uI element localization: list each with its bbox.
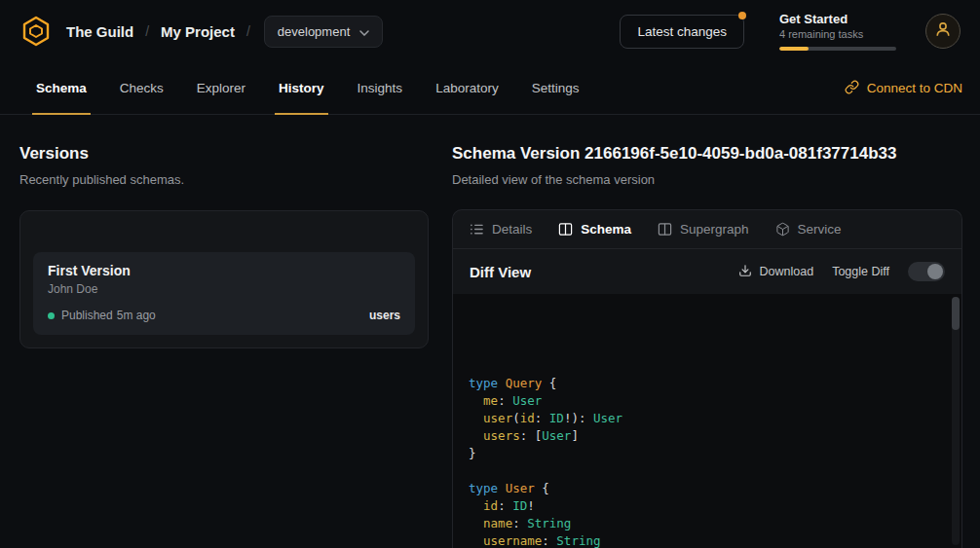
breadcrumb-separator: / [145,23,149,39]
connect-cdn-label: Connect to CDN [867,81,962,95]
status-time: 5m ago [117,309,156,322]
tab-checks[interactable]: Checks [103,62,180,114]
toggle-diff-switch[interactable] [908,262,945,281]
app-header: The Guild / My Project / development Lat… [0,0,980,62]
tab-label: Settings [532,81,580,95]
latest-changes-button[interactable]: Latest changes [620,15,744,49]
columns-icon [558,222,573,237]
breadcrumb-org[interactable]: The Guild [66,23,133,40]
tab-label: Insights [358,81,403,95]
breadcrumb-separator: / [246,23,250,39]
toggle-knob [927,264,943,279]
version-detail-panel: Schema Version 2166196f-5e10-4059-bd0a-0… [452,115,980,548]
download-icon [738,264,752,280]
version-status: Published 5m ago [61,309,156,322]
tab-history[interactable]: History [262,62,341,114]
detail-tab-label: Schema [581,222,631,237]
tab-explorer[interactable]: Explorer [180,62,262,114]
tab-insights[interactable]: Insights [341,62,420,114]
detail-card: Details Schema Sup [452,209,962,548]
person-icon [934,20,952,42]
detail-tab-details[interactable]: Details [470,222,532,237]
code-block[interactable]: type Query { me: User user(id: ID!): Use… [453,294,961,548]
versions-card: First Version John Doe Published 5m ago … [19,210,429,348]
tab-settings[interactable]: Settings [515,62,596,114]
tab-label: Explorer [197,81,245,95]
version-list-item[interactable]: First Version John Doe Published 5m ago … [33,252,415,335]
tab-schema[interactable]: Schema [19,62,103,114]
detail-tab-service[interactable]: Service [775,222,842,237]
diff-actions: Download Toggle Diff [738,262,945,281]
toggle-diff-label: Toggle Diff [832,265,889,278]
version-service-badge: users [369,309,400,322]
versions-subtitle: Recently published schemas. [19,172,429,187]
detail-title: Schema Version 2166196f-5e10-4059-bd0a-0… [452,144,962,164]
breadcrumb-project[interactable]: My Project [161,23,235,40]
user-avatar[interactable] [925,14,961,49]
version-name: First Version [48,263,400,278]
detail-tab-schema[interactable]: Schema [558,222,631,237]
detail-card-tabs: Details Schema Sup [453,210,961,249]
detail-tab-label: Supergraph [680,222,749,237]
tab-label: Schema [36,81,87,95]
target-selector[interactable]: development [264,16,383,48]
code-scrollbar-thumb[interactable] [952,297,960,330]
latest-changes-label: Latest changes [637,24,727,39]
detail-subtitle: Detailed view of the schema version [452,172,962,187]
published-status-dot [48,312,55,319]
version-status-row: Published 5m ago users [48,309,400,322]
get-started-progress-fill [779,47,809,51]
get-started-title: Get Started [779,12,896,26]
target-selector-value: development [278,24,350,39]
code-scrollbar-track [952,297,960,545]
connect-cdn-link[interactable]: Connect to CDN [845,62,977,114]
version-author: John Doe [48,282,400,296]
chevron-down-icon [359,24,369,39]
tab-laboratory[interactable]: Laboratory [419,62,515,114]
diff-view-toolbar: Diff View Download Toggle Diff [453,249,961,294]
status-text: Published [61,309,113,322]
columns-icon [658,222,672,237]
detail-tab-label: Service [798,222,842,237]
versions-panel: Versions Recently published schemas. Fir… [0,115,452,548]
detail-tab-supergraph[interactable]: Supergraph [658,222,749,237]
tab-label: Checks [120,81,164,95]
versions-title: Versions [19,144,429,164]
main-nav: Schema Checks Explorer History Insights … [0,62,980,115]
notification-dot [738,12,746,19]
tab-label: History [279,81,324,95]
list-icon [470,222,484,237]
diff-view-title: Diff View [470,264,531,280]
download-button[interactable]: Download [738,264,814,280]
download-label: Download [760,265,814,278]
main-content: Versions Recently published schemas. Fir… [0,115,980,548]
breadcrumb: The Guild / My Project / [66,23,250,40]
tab-label: Laboratory [435,81,499,95]
get-started-progress-track [779,47,896,51]
get-started-widget[interactable]: Get Started 4 remaining tasks [779,12,896,51]
hive-logo-icon[interactable] [19,15,53,48]
box-icon [775,222,790,237]
get-started-subtitle: 4 remaining tasks [779,28,896,40]
link-icon [845,80,859,97]
detail-tab-label: Details [492,222,532,237]
